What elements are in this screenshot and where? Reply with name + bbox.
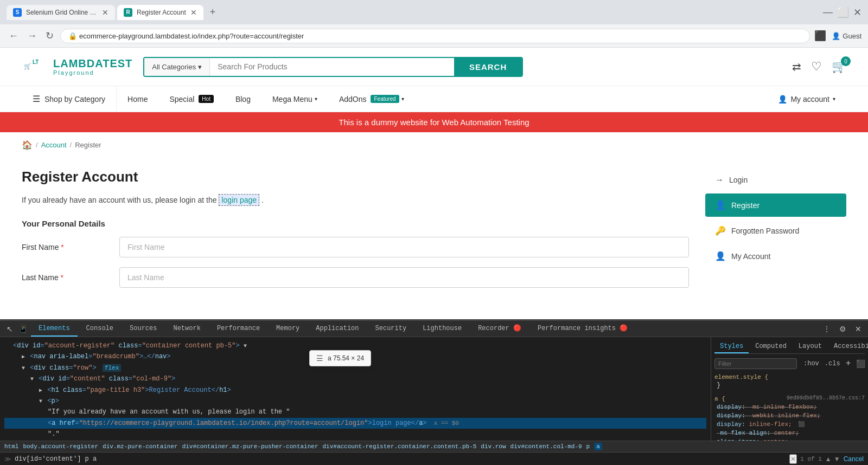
bc-account-register[interactable]: div#account-register.container.content.p… <box>323 443 477 450</box>
cart-icon[interactable]: 🛒 0 <box>832 60 846 74</box>
nav-special[interactable]: Special Hot <box>158 87 224 111</box>
new-tab-button[interactable]: + <box>206 4 220 20</box>
styles-tab-accessibility[interactable]: Accessibility <box>828 340 868 353</box>
nav-account[interactable]: 👤 My account ▾ <box>767 87 846 111</box>
console-nav-down[interactable]: ▼ <box>834 455 840 463</box>
cancel-search-button[interactable]: Cancel <box>844 455 864 463</box>
nav-addons[interactable]: AddOns Featured ▾ <box>328 87 415 111</box>
breadcrumb-home-icon[interactable]: 🏠 <box>22 140 33 150</box>
browser-tabs: S Selenium Grid Online | Run Sele... ✕ R… <box>7 4 220 20</box>
sidebar-forgotten-label: Forgotten Password <box>731 227 799 235</box>
devtools-settings-icon[interactable]: ⚙ <box>837 322 848 335</box>
html-line-8: "." <box>4 429 706 440</box>
devtools-mobile-icon[interactable]: 📱 <box>16 322 30 335</box>
styles-class-icon[interactable]: .cls <box>825 360 840 367</box>
nav-blog[interactable]: Blog <box>225 87 261 111</box>
sidebar-forgotten-password[interactable]: 🔑 Forgotten Password <box>705 219 846 242</box>
wishlist-icon[interactable]: ♡ <box>811 60 822 74</box>
shop-by-category-button[interactable]: ☰ Shop by Category <box>22 86 117 112</box>
bc-p[interactable]: p <box>586 443 590 450</box>
bc-body[interactable]: body.account-register <box>23 443 98 450</box>
lock-icon: 🔒 <box>68 32 76 40</box>
styles-copy-icon[interactable]: ⬛ <box>856 359 865 369</box>
console-prompt-icon: ≫ <box>4 455 11 463</box>
login-text: If you already have an account with us, … <box>22 194 689 206</box>
styles-tab-layout[interactable]: Layout <box>793 340 827 353</box>
styles-tab-styles[interactable]: Styles <box>714 340 749 353</box>
login-text-period: . <box>261 196 264 204</box>
console-input-field[interactable] <box>15 455 786 463</box>
devtools-tab-sources[interactable]: Sources <box>122 321 164 337</box>
element-tooltip: ☰ a 75.54 × 24 <box>309 350 371 366</box>
refresh-button[interactable]: ↻ <box>43 28 56 44</box>
devtools-more-tools-icon[interactable]: ⋮ <box>821 322 833 335</box>
nav-account-label: My account <box>790 95 829 104</box>
html-line-selected[interactable]: <a href="https://ecommerce-playground.la… <box>4 418 706 429</box>
bc-row[interactable]: div.row <box>481 443 506 450</box>
devtools-tab-performance[interactable]: Performance <box>209 321 267 337</box>
url-bar[interactable]: 🔒 ecommerce-playground.lambdatest.io/ind… <box>60 29 810 43</box>
sidebar-register[interactable]: 👤 Register <box>705 193 846 217</box>
guest-account[interactable]: 👤 Guest <box>832 32 861 40</box>
devtools-close-icon[interactable]: ✕ <box>853 322 864 335</box>
collapse-icon[interactable]: ▼ <box>244 343 247 349</box>
breadcrumb-account-link[interactable]: Account <box>41 141 67 149</box>
close-icon[interactable]: ✕ <box>853 7 861 18</box>
devtools-tab-performance-insights[interactable]: Performance insights 🔴 <box>530 321 635 337</box>
sidebar-login[interactable]: → Login <box>705 169 846 191</box>
browser-tab-2[interactable]: R Register Account ✕ <box>117 5 203 20</box>
back-button[interactable]: ← <box>7 28 21 44</box>
hot-badge: Hot <box>199 95 214 103</box>
bc-a[interactable]: a <box>594 443 602 450</box>
extensions-icon[interactable]: ⬛ <box>814 30 826 42</box>
nav-mega-menu[interactable]: Mega Menu ▾ <box>261 87 328 111</box>
first-name-input[interactable] <box>119 237 689 257</box>
devtools-tab-application[interactable]: Application <box>308 321 366 337</box>
bc-container[interactable]: div.mz-pure-container <box>103 443 178 450</box>
styles-filter-input[interactable] <box>714 358 797 369</box>
devtools-tab-lighthouse[interactable]: Lighthouse <box>415 321 469 337</box>
last-name-input[interactable] <box>119 267 689 288</box>
search-input[interactable] <box>210 58 454 76</box>
nav-addons-label: AddOns <box>339 95 367 104</box>
devtools-tab-elements[interactable]: Elements <box>31 321 78 337</box>
devtools-tab-security[interactable]: Security <box>368 321 414 337</box>
hamburger-icon: ☰ <box>33 94 40 104</box>
website-content: 🛒 LT LAMBDATEST Playground All Categorie… <box>0 48 868 319</box>
bc-html[interactable]: html <box>4 443 18 450</box>
bc-content[interactable]: div#content.col-md-9 <box>510 443 582 450</box>
styles-prop-display-ms: display: -ms-inline-flexbox; <box>714 403 865 411</box>
forward-button[interactable]: → <box>25 28 39 44</box>
tab1-close[interactable]: ✕ <box>102 8 108 17</box>
svg-text:LT: LT <box>33 59 39 65</box>
devtools-tab-console[interactable]: Console <box>79 321 121 337</box>
console-clear-button[interactable]: ✕ <box>789 454 797 464</box>
minimize-icon[interactable]: — <box>823 7 833 18</box>
console-nav-up[interactable]: ▲ <box>825 455 832 463</box>
devtools-cursor-icon[interactable]: ↖ <box>4 322 15 335</box>
sidebar-my-account[interactable]: 👤 My Account <box>705 244 846 268</box>
logo[interactable]: 🛒 LT LAMBDATEST Playground <box>22 53 132 80</box>
restore-icon[interactable]: ⬜ <box>837 7 849 18</box>
sidebar-my-account-label: My Account <box>731 252 770 261</box>
styles-add-icon[interactable]: + <box>846 359 851 369</box>
bc-pusher[interactable]: div#container.mz-pure-pusher-container <box>182 443 318 450</box>
search-category-dropdown[interactable]: All Categories ▾ <box>144 58 210 76</box>
nav-home[interactable]: Home <box>117 87 158 111</box>
login-page-link[interactable]: login page <box>219 194 259 206</box>
browser-tab-1[interactable]: S Selenium Grid Online | Run Sele... ✕ <box>7 5 115 20</box>
compare-icon[interactable]: ⇄ <box>792 60 801 73</box>
search-button[interactable]: SEARCH <box>454 58 522 76</box>
category-label: All Categories <box>152 63 196 71</box>
tab2-close[interactable]: ✕ <box>190 8 197 17</box>
devtools-tab-network[interactable]: Network <box>165 321 208 337</box>
styles-selector-a-1: a { 9ed09db6f85..8b57e.css:7 <box>714 396 725 402</box>
first-name-row: First Name * <box>22 237 689 257</box>
html-line-7: "If you already have an account with us,… <box>4 406 706 417</box>
cart-badge: 0 <box>841 56 851 66</box>
content-area: Register Account If you already have an … <box>22 169 689 298</box>
devtools-tab-memory[interactable]: Memory <box>269 321 307 337</box>
styles-hover-icon[interactable]: :hov <box>803 360 819 367</box>
styles-tab-computed[interactable]: Computed <box>750 340 792 353</box>
devtools-tab-recorder[interactable]: Recorder 🔴 <box>470 321 529 337</box>
